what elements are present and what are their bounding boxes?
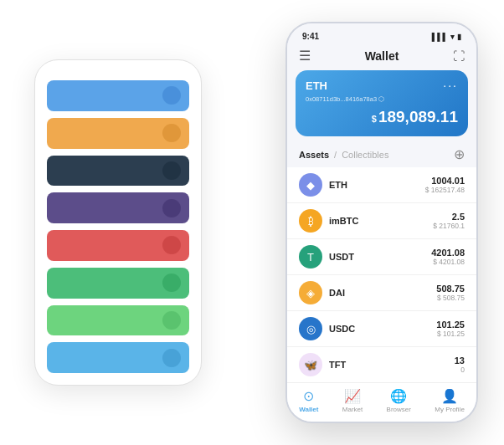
asset-amount: 13	[455, 355, 465, 366]
nav-label-wallet: Wallet	[299, 406, 318, 413]
eth-card-top: ETH ···	[306, 79, 458, 92]
asset-name: USDT	[329, 252, 431, 262]
assets-tabs: Assets / Collectibles	[299, 150, 388, 160]
eth-card-menu[interactable]: ···	[443, 79, 458, 92]
asset-name: USDC	[329, 324, 436, 334]
asset-amount: 2.5	[433, 212, 465, 222]
wifi-icon: ▾	[450, 33, 455, 41]
nav-item-market[interactable]: 📈Market	[342, 388, 363, 413]
eth-card-address: 0x08711d3b...8416a78a3 ⬡	[306, 95, 458, 103]
asset-values: 2.5$ 21760.1	[433, 212, 465, 230]
nav-item-my-profile[interactable]: 👤My Profile	[435, 388, 465, 413]
tab-assets[interactable]: Assets	[299, 150, 329, 160]
add-asset-button[interactable]: ⊕	[454, 146, 465, 162]
strip-dot	[162, 124, 181, 142]
asset-item[interactable]: ◆ETH1004.01$ 162517.48	[287, 167, 476, 203]
eth-card[interactable]: ETH ··· 0x08711d3b...8416a78a3 ⬡ $189,08…	[296, 70, 468, 136]
foreground-phone: 9:41 ▌▌▌ ▾ ▮ ☰ Wallet ⛶ ETH ··· 0x08711d…	[285, 22, 478, 423]
card-strip[interactable]	[47, 156, 189, 187]
nav-item-browser[interactable]: 🌐Browser	[387, 388, 411, 413]
asset-amount: 4201.08	[431, 248, 465, 258]
strip-dot	[162, 311, 181, 330]
card-strip[interactable]	[47, 118, 189, 149]
nav-icon-my-profile: 👤	[441, 388, 458, 404]
scene: 9:41 ▌▌▌ ▾ ▮ ☰ Wallet ⛶ ETH ··· 0x08711d…	[9, 9, 495, 436]
card-strip[interactable]	[47, 192, 189, 223]
phone-header: ☰ Wallet ⛶	[287, 44, 476, 70]
status-time: 9:41	[302, 32, 319, 41]
asset-values: 1004.01$ 162517.48	[425, 176, 465, 194]
strip-dot	[162, 349, 181, 367]
nav-label-market: Market	[342, 406, 363, 413]
asset-icon: ◎	[299, 317, 322, 340]
nav-label-browser: Browser	[387, 406, 411, 413]
asset-usd: 0	[455, 366, 465, 374]
asset-usd: $ 101.25	[436, 330, 465, 338]
nav-item-wallet[interactable]: ⊙Wallet	[299, 388, 318, 413]
tab-separator: /	[334, 150, 337, 160]
eth-card-balance: $189,089.11	[306, 108, 458, 126]
asset-amount: 1004.01	[425, 176, 465, 186]
menu-icon[interactable]: ☰	[299, 48, 311, 64]
bottom-nav: ⊙Wallet📈Market🌐Browser👤My Profile	[287, 382, 476, 422]
nav-icon-wallet: ⊙	[303, 388, 314, 404]
eth-card-label: ETH	[306, 79, 327, 92]
expand-icon[interactable]: ⛶	[453, 49, 465, 63]
strip-dot	[162, 274, 181, 292]
asset-values: 4201.08$ 4201.08	[431, 248, 465, 266]
asset-usd: $ 508.75	[436, 294, 465, 302]
nav-icon-browser: 🌐	[390, 388, 407, 404]
asset-values: 130	[455, 355, 465, 374]
card-strip[interactable]	[47, 230, 189, 261]
eth-currency-symbol: $	[372, 114, 377, 124]
asset-usd: $ 21760.1	[433, 222, 465, 230]
asset-icon: ◆	[299, 173, 322, 197]
asset-item[interactable]: ₿imBTC2.5$ 21760.1	[287, 203, 476, 239]
asset-icon: T	[299, 245, 322, 269]
asset-icon: ◈	[299, 281, 322, 304]
nav-label-my-profile: My Profile	[435, 406, 465, 413]
asset-name: imBTC	[329, 216, 433, 226]
asset-usd: $ 4201.08	[431, 258, 465, 266]
card-strip[interactable]	[47, 80, 189, 111]
asset-icon: ₿	[299, 209, 322, 233]
asset-name: TFT	[329, 360, 455, 370]
card-strip[interactable]	[47, 305, 189, 336]
asset-name: ETH	[329, 180, 425, 190]
card-strip[interactable]	[47, 268, 189, 299]
asset-item[interactable]: TUSDT4201.08$ 4201.08	[287, 239, 476, 275]
asset-item[interactable]: ◎USDC101.25$ 101.25	[287, 311, 476, 347]
asset-item[interactable]: 🦋TFT130	[287, 347, 476, 382]
signal-icon: ▌▌▌	[432, 33, 448, 41]
tab-collectibles[interactable]: Collectibles	[342, 150, 388, 160]
strip-dot	[162, 161, 181, 180]
asset-usd: $ 162517.48	[425, 186, 465, 194]
battery-icon: ▮	[457, 33, 461, 41]
asset-list: ◆ETH1004.01$ 162517.48₿imBTC2.5$ 21760.1…	[287, 167, 476, 382]
strip-dot	[162, 199, 181, 217]
status-bar: 9:41 ▌▌▌ ▾ ▮	[287, 23, 476, 44]
header-title: Wallet	[365, 49, 399, 63]
asset-values: 508.75$ 508.75	[436, 284, 465, 302]
asset-amount: 101.25	[436, 320, 465, 330]
background-phone	[34, 59, 202, 386]
assets-header: Assets / Collectibles ⊕	[287, 143, 476, 167]
asset-amount: 508.75	[436, 284, 465, 294]
eth-balance-value: 189,089.11	[378, 108, 458, 125]
asset-icon: 🦋	[299, 353, 322, 376]
asset-item[interactable]: ◈DAI508.75$ 508.75	[287, 275, 476, 311]
asset-name: DAI	[329, 288, 436, 298]
strip-dot	[162, 236, 181, 254]
nav-icon-market: 📈	[344, 388, 361, 404]
asset-values: 101.25$ 101.25	[436, 320, 465, 338]
strip-dot	[162, 86, 181, 105]
card-strip[interactable]	[47, 342, 189, 373]
status-icons: ▌▌▌ ▾ ▮	[432, 33, 461, 41]
